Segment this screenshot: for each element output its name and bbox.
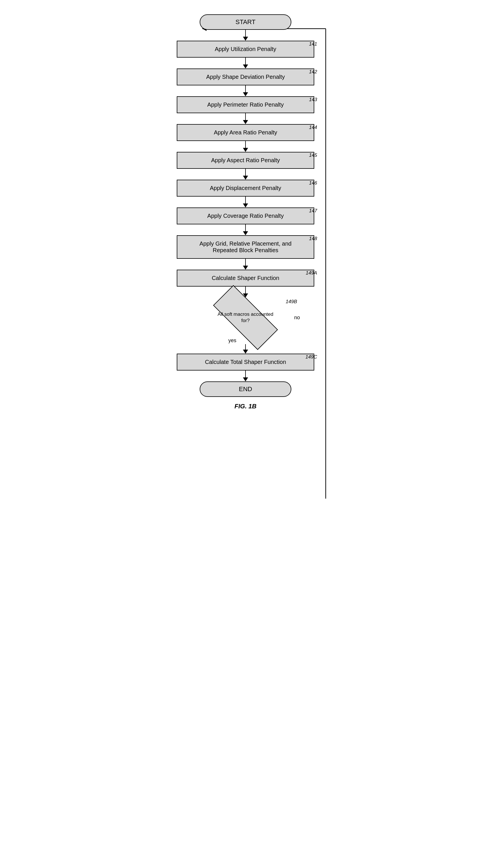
end-node: END: [165, 382, 326, 397]
perimeter-ratio-box: Apply Perimeter Ratio Penalty: [177, 96, 314, 113]
start-node: START: [165, 14, 326, 30]
area-ratio-wrapper: Apply Area Ratio Penalty 144: [177, 124, 314, 141]
arrow-start-to-utilization: [243, 30, 248, 41]
coverage-ratio-box: Apply Coverage Ratio Penalty: [177, 207, 314, 224]
utilization-wrapper: Apply Utilization Penalty 141: [177, 41, 314, 58]
area-ratio-box: Apply Area Ratio Penalty: [177, 124, 314, 141]
calc-shaper-wrapper: Calculate Shaper Function 149A: [177, 270, 314, 286]
calc-shaper-box: Calculate Shaper Function: [177, 270, 314, 286]
ref-149c: 149C: [306, 354, 317, 360]
ref-147: 147: [309, 208, 317, 214]
ref-144: 144: [309, 125, 317, 131]
diagram: START Apply Utilization Penalty 141 Appl…: [160, 6, 331, 422]
displacement-box: Apply Displacement Penalty: [177, 180, 314, 197]
end-label: END: [200, 382, 291, 397]
ref-146: 146: [309, 180, 317, 186]
calc-total-box: Calculate Total Shaper Function: [177, 354, 314, 370]
feedback-line-svg: [325, 29, 326, 516]
arrow-4: [243, 141, 248, 152]
arrow-2: [243, 85, 248, 96]
shape-deviation-box: Apply Shape Deviation Penalty: [177, 68, 314, 85]
arrow-6: [243, 197, 248, 207]
utilization-box: Apply Utilization Penalty: [177, 41, 314, 58]
perimeter-ratio-wrapper: Apply Perimeter Ratio Penalty 143: [177, 96, 314, 113]
ref-149b-label: 149B: [286, 299, 297, 305]
ref-145: 145: [309, 152, 317, 158]
yes-label: yes: [228, 338, 236, 343]
diamond-text: All soft macros accounted for?: [217, 311, 274, 324]
figure-caption: FIG. 1B: [234, 402, 256, 410]
grid-relative-box: Apply Grid, Relative Placement, and Repe…: [177, 235, 314, 259]
yes-branch: yes: [165, 338, 326, 354]
arrow-8: [243, 259, 248, 270]
calc-total-wrapper: Calculate Total Shaper Function 149C: [177, 354, 314, 370]
arrow-yes: [243, 344, 248, 354]
no-label: no: [294, 315, 300, 321]
ref-143: 143: [309, 97, 317, 103]
displacement-wrapper: Apply Displacement Penalty 146: [177, 180, 314, 197]
arrow-1: [243, 58, 248, 68]
flowchart-container: START Apply Utilization Penalty 141 Appl…: [160, 6, 331, 422]
arrow-7: [243, 224, 248, 235]
ref-142: 142: [309, 69, 317, 75]
aspect-ratio-wrapper: Apply Aspect Ratio Penalty 145: [177, 152, 314, 169]
arrow-5: [243, 169, 248, 180]
ref-148: 148: [309, 236, 317, 242]
arrow-to-end: [243, 370, 248, 382]
shape-deviation-wrapper: Apply Shape Deviation Penalty 142: [177, 68, 314, 85]
grid-relative-wrapper: Apply Grid, Relative Placement, and Repe…: [177, 235, 314, 259]
diamond-wrapper: All soft macros accounted for? no 149B: [177, 298, 314, 338]
ref-141: 141: [309, 41, 317, 47]
aspect-ratio-box: Apply Aspect Ratio Penalty: [177, 152, 314, 169]
ref-149a: 149A: [306, 270, 317, 276]
arrow-3: [243, 113, 248, 124]
start-label: START: [200, 14, 291, 30]
coverage-ratio-wrapper: Apply Coverage Ratio Penalty 147: [177, 207, 314, 224]
